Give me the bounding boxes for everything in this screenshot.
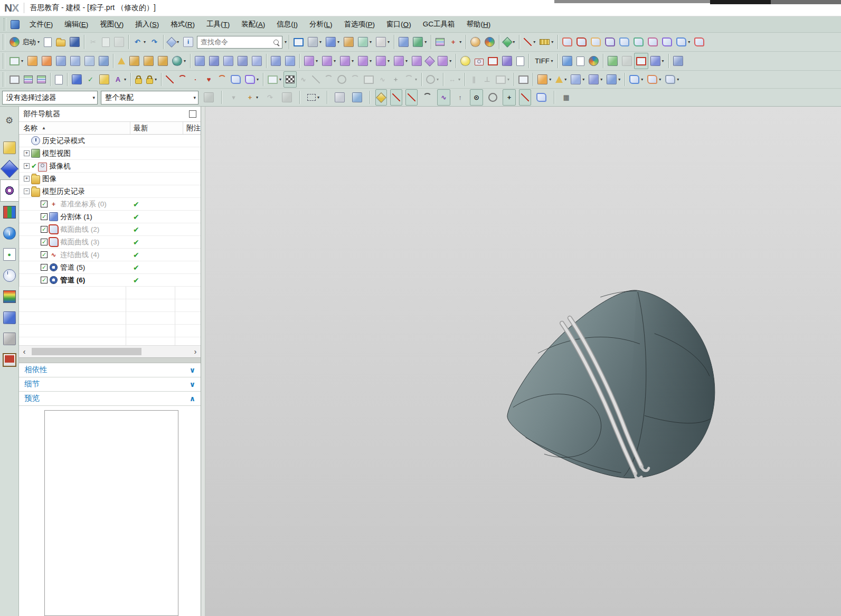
menu-analysis[interactable]: 分析(L) bbox=[304, 16, 338, 32]
web-browser-button[interactable]: ● bbox=[1, 244, 18, 265]
tree-row-history-mode[interactable]: 历史记录模式 bbox=[19, 135, 201, 147]
chevron-down-icon[interactable]: ▾ bbox=[582, 77, 584, 82]
boolean-button[interactable]: ▾ bbox=[170, 53, 188, 69]
highlight-filter-button[interactable]: +▾ bbox=[243, 89, 260, 106]
section-analysis-button[interactable] bbox=[574, 34, 589, 50]
make-corner-button[interactable] bbox=[516, 71, 531, 88]
shaded-view-button[interactable]: ▾ bbox=[324, 34, 342, 50]
toolbar-drag-handle[interactable] bbox=[3, 34, 6, 50]
scroll-left-arrow[interactable]: ‹ bbox=[19, 347, 30, 356]
touch-mode-button[interactable]: ▾ bbox=[166, 34, 181, 50]
search-dropdown-icon[interactable]: ▾ bbox=[285, 40, 287, 44]
snap-arc-center-button[interactable]: ⊙ bbox=[470, 89, 483, 106]
chevron-down-icon[interactable]: ▾ bbox=[184, 59, 186, 63]
tree-row-images[interactable]: +图像 bbox=[19, 173, 201, 185]
tree-row-join-curve-4[interactable]: ✓∿连结曲线 (4)✔ bbox=[19, 249, 201, 261]
verify-feature-button[interactable] bbox=[97, 71, 111, 88]
project-curve-button[interactable] bbox=[229, 71, 243, 88]
through-curves-button[interactable]: ▾ bbox=[645, 71, 663, 88]
feature-suppress-checkbox[interactable]: ✓ bbox=[41, 226, 48, 233]
chevron-down-icon[interactable]: ▾ bbox=[458, 77, 460, 82]
camera-button[interactable] bbox=[473, 53, 486, 69]
gap-flushness-button[interactable] bbox=[660, 34, 674, 50]
chevron-down-icon[interactable]: ▾ bbox=[177, 40, 179, 44]
feature-suppress-checkbox[interactable]: ✓ bbox=[41, 251, 48, 258]
bounded-plane-button[interactable]: ▾ bbox=[569, 71, 587, 88]
menu-help[interactable]: 帮助(H) bbox=[460, 16, 496, 32]
scrollbar-thumb[interactable] bbox=[32, 348, 141, 355]
toolbar-drag-handle[interactable] bbox=[3, 72, 6, 87]
feature-suppress-checkbox[interactable]: ✓ bbox=[41, 213, 48, 220]
history-palette-button[interactable] bbox=[1, 265, 18, 286]
menu-gc-toolbox[interactable]: GC工具箱 bbox=[417, 16, 461, 32]
true-shading-button[interactable] bbox=[483, 34, 497, 50]
screen-demo-button[interactable] bbox=[560, 53, 574, 69]
snapshot-button[interactable] bbox=[7, 71, 22, 88]
feature-suppress-checkbox[interactable]: ✓ bbox=[41, 277, 48, 283]
selection-filter-dropdown[interactable]: 没有选择过滤器▾ bbox=[2, 91, 98, 105]
grip-tools-button[interactable] bbox=[468, 34, 483, 50]
linear-pattern-button[interactable] bbox=[141, 53, 156, 69]
expander-icon[interactable]: + bbox=[24, 163, 30, 169]
chevron-down-icon[interactable]: ▾ bbox=[677, 77, 679, 82]
redo-button[interactable]: ↷ bbox=[148, 34, 161, 50]
snap-intersection-button[interactable]: + bbox=[503, 89, 516, 106]
chevron-down-icon[interactable]: ▾ bbox=[641, 77, 643, 82]
tree-row-tube-5[interactable]: ✓管道 (5)✔ bbox=[19, 261, 201, 274]
text-button[interactable]: A▾ bbox=[111, 71, 128, 88]
window-layout-button[interactable]: ▾ bbox=[411, 34, 429, 50]
subtract-button[interactable] bbox=[207, 53, 221, 69]
sketch-plane-button[interactable]: ▾ bbox=[266, 71, 284, 88]
dependencies-panel-header[interactable]: 相依性∨ bbox=[19, 363, 201, 377]
chevron-down-icon[interactable]: ▾ bbox=[388, 59, 390, 63]
examine-geometry-button[interactable] bbox=[70, 71, 84, 88]
column-header-name[interactable]: 名称 ▲ bbox=[19, 122, 130, 134]
snap-vertex-button[interactable]: ↑ bbox=[453, 89, 467, 106]
rotate-view-button[interactable]: ▾ bbox=[648, 53, 666, 69]
boss-sheet-button[interactable]: ▾ bbox=[553, 71, 569, 88]
revolve-button[interactable] bbox=[40, 53, 54, 69]
replace-face-button[interactable]: ▾ bbox=[338, 53, 356, 69]
chevron-down-icon[interactable]: ▾ bbox=[37, 40, 40, 44]
view-background-button[interactable]: ▾ bbox=[374, 34, 392, 50]
tiff-export-button[interactable]: TIFF▾ bbox=[531, 53, 555, 69]
chevron-down-icon[interactable]: ▾ bbox=[533, 40, 535, 44]
boss-button[interactable] bbox=[68, 53, 82, 69]
swept-button[interactable]: ▾ bbox=[663, 71, 681, 88]
wcs-dynamics-button[interactable]: +▾ bbox=[447, 34, 464, 50]
chevron-down-icon[interactable]: ▾ bbox=[424, 40, 427, 44]
layer-settings-button[interactable] bbox=[22, 71, 35, 88]
feature-suppress-checkbox[interactable]: ✓ bbox=[41, 264, 48, 271]
menu-window[interactable]: 窗口(O) bbox=[381, 16, 417, 32]
snap-control-point-button[interactable] bbox=[421, 89, 434, 106]
new-window-button[interactable] bbox=[396, 34, 411, 50]
undo-button[interactable]: ↶▾ bbox=[131, 34, 148, 50]
show-and-hide-button[interactable]: ▾ bbox=[502, 34, 517, 50]
unlock-button[interactable]: ▾ bbox=[144, 71, 159, 88]
tree-row-cameras[interactable]: +✔摄像机 bbox=[19, 160, 201, 173]
chevron-down-icon[interactable]: ▾ bbox=[564, 77, 566, 82]
chevron-down-icon[interactable]: ▾ bbox=[334, 59, 336, 63]
reuse-library-button[interactable] bbox=[1, 202, 18, 223]
highlight-lines-button[interactable] bbox=[589, 34, 603, 50]
color-palette-button[interactable] bbox=[606, 53, 620, 69]
extrude-button[interactable] bbox=[25, 53, 40, 69]
menu-file[interactable]: 文件(F) bbox=[24, 16, 59, 32]
perspective-button[interactable] bbox=[486, 53, 500, 69]
viewport-3d-model[interactable] bbox=[205, 107, 841, 616]
menu-view[interactable]: 视图(V) bbox=[94, 16, 129, 32]
chevron-down-icon[interactable]: ▾ bbox=[549, 77, 551, 82]
chevron-down-icon[interactable]: ▾ bbox=[21, 59, 23, 63]
chevron-down-icon[interactable]: ▾ bbox=[257, 77, 259, 82]
snap-quadrant-button[interactable] bbox=[486, 89, 499, 106]
chevron-down-icon[interactable]: ▾ bbox=[352, 59, 354, 63]
arc-button[interactable] bbox=[176, 71, 189, 88]
menu-edit[interactable]: 编辑(E) bbox=[59, 16, 94, 32]
menu-format[interactable]: 格式(R) bbox=[165, 16, 201, 32]
chevron-down-icon[interactable]: ▾ bbox=[662, 59, 664, 63]
check-mate-button[interactable]: ✓ bbox=[84, 71, 97, 88]
light-button[interactable] bbox=[458, 53, 473, 69]
enable-snap-point-button[interactable] bbox=[375, 89, 387, 106]
chevron-down-icon[interactable]: ▾ bbox=[317, 95, 319, 100]
chevron-down-icon[interactable]: ▾ bbox=[316, 59, 318, 63]
